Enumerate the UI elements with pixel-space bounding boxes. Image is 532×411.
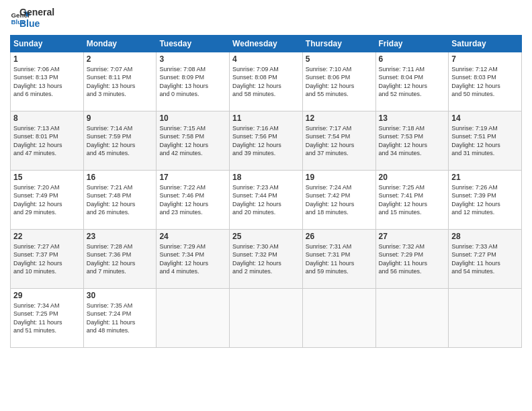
day-number: 8 bbox=[13, 113, 81, 123]
day-cell: 9Sunrise: 7:14 AM Sunset: 7:59 PM Daylig… bbox=[83, 111, 157, 170]
calendar-header: SundayMondayTuesdayWednesdayThursdayFrid… bbox=[11, 35, 522, 52]
day-info: Sunrise: 7:30 AM Sunset: 7:32 PM Dayligh… bbox=[232, 242, 300, 276]
day-cell: 10Sunrise: 7:15 AM Sunset: 7:58 PM Dayli… bbox=[157, 111, 230, 170]
weekday-header-wednesday: Wednesday bbox=[230, 35, 303, 52]
day-number: 19 bbox=[306, 173, 373, 182]
day-info: Sunrise: 7:22 AM Sunset: 7:46 PM Dayligh… bbox=[159, 183, 226, 217]
day-cell bbox=[449, 288, 522, 347]
day-cell bbox=[302, 288, 375, 347]
day-info: Sunrise: 7:13 AM Sunset: 8:01 PM Dayligh… bbox=[13, 124, 81, 158]
day-number: 21 bbox=[451, 173, 519, 182]
weekday-header-sunday: Sunday bbox=[11, 35, 84, 52]
day-cell: 5Sunrise: 7:10 AM Sunset: 8:06 PM Daylig… bbox=[302, 52, 375, 111]
week-row-2: 8Sunrise: 7:13 AM Sunset: 8:01 PM Daylig… bbox=[11, 111, 522, 170]
day-info: Sunrise: 7:10 AM Sunset: 8:06 PM Dayligh… bbox=[306, 65, 373, 99]
day-cell: 7Sunrise: 7:12 AM Sunset: 8:03 PM Daylig… bbox=[449, 52, 522, 111]
logo-line2: Blue bbox=[19, 18, 54, 30]
day-info: Sunrise: 7:31 AM Sunset: 7:31 PM Dayligh… bbox=[306, 242, 373, 276]
day-info: Sunrise: 7:19 AM Sunset: 7:51 PM Dayligh… bbox=[451, 124, 519, 158]
logo-line1: General bbox=[19, 7, 54, 18]
calendar-table: SundayMondayTuesdayWednesdayThursdayFrid… bbox=[10, 35, 522, 348]
day-number: 11 bbox=[232, 113, 300, 123]
day-cell: 30Sunrise: 7:35 AM Sunset: 7:24 PM Dayli… bbox=[83, 288, 157, 347]
day-cell bbox=[157, 288, 230, 347]
day-number: 24 bbox=[159, 232, 226, 241]
day-number: 29 bbox=[13, 291, 81, 300]
day-info: Sunrise: 7:29 AM Sunset: 7:34 PM Dayligh… bbox=[159, 242, 226, 276]
day-cell: 16Sunrise: 7:21 AM Sunset: 7:48 PM Dayli… bbox=[83, 170, 157, 229]
calendar-page: General Blue General Blue SundayMondayTu… bbox=[0, 0, 532, 411]
day-number: 15 bbox=[13, 173, 81, 182]
day-info: Sunrise: 7:09 AM Sunset: 8:08 PM Dayligh… bbox=[232, 65, 300, 99]
weekday-row: SundayMondayTuesdayWednesdayThursdayFrid… bbox=[11, 35, 522, 52]
day-info: Sunrise: 7:35 AM Sunset: 7:24 PM Dayligh… bbox=[87, 302, 154, 335]
day-info: Sunrise: 7:25 AM Sunset: 7:41 PM Dayligh… bbox=[379, 183, 446, 217]
day-cell: 17Sunrise: 7:22 AM Sunset: 7:46 PM Dayli… bbox=[157, 170, 230, 229]
day-cell: 2Sunrise: 7:07 AM Sunset: 8:11 PM Daylig… bbox=[83, 52, 157, 111]
day-number: 16 bbox=[87, 173, 154, 182]
day-info: Sunrise: 7:07 AM Sunset: 8:11 PM Dayligh… bbox=[87, 65, 154, 99]
day-cell: 25Sunrise: 7:30 AM Sunset: 7:32 PM Dayli… bbox=[230, 229, 303, 288]
day-info: Sunrise: 7:20 AM Sunset: 7:49 PM Dayligh… bbox=[13, 183, 81, 217]
logo: General Blue General Blue bbox=[10, 7, 54, 30]
day-number: 25 bbox=[232, 232, 300, 241]
day-number: 14 bbox=[451, 113, 519, 123]
weekday-header-thursday: Thursday bbox=[302, 35, 375, 52]
week-row-4: 22Sunrise: 7:27 AM Sunset: 7:37 PM Dayli… bbox=[11, 229, 522, 288]
calendar-body: 1Sunrise: 7:06 AM Sunset: 8:13 PM Daylig… bbox=[11, 52, 522, 347]
day-info: Sunrise: 7:18 AM Sunset: 7:53 PM Dayligh… bbox=[379, 124, 446, 158]
day-cell: 11Sunrise: 7:16 AM Sunset: 7:56 PM Dayli… bbox=[230, 111, 303, 170]
day-number: 22 bbox=[13, 232, 81, 241]
day-number: 3 bbox=[159, 54, 226, 64]
day-cell: 20Sunrise: 7:25 AM Sunset: 7:41 PM Dayli… bbox=[375, 170, 449, 229]
day-cell: 26Sunrise: 7:31 AM Sunset: 7:31 PM Dayli… bbox=[302, 229, 375, 288]
day-number: 30 bbox=[87, 291, 154, 300]
day-cell: 19Sunrise: 7:24 AM Sunset: 7:42 PM Dayli… bbox=[302, 170, 375, 229]
day-info: Sunrise: 7:06 AM Sunset: 8:13 PM Dayligh… bbox=[13, 65, 81, 99]
day-number: 2 bbox=[87, 54, 154, 64]
day-info: Sunrise: 7:28 AM Sunset: 7:36 PM Dayligh… bbox=[87, 242, 154, 276]
day-cell: 28Sunrise: 7:33 AM Sunset: 7:27 PM Dayli… bbox=[449, 229, 522, 288]
day-info: Sunrise: 7:27 AM Sunset: 7:37 PM Dayligh… bbox=[13, 242, 81, 276]
day-info: Sunrise: 7:11 AM Sunset: 8:04 PM Dayligh… bbox=[379, 65, 446, 99]
day-cell: 22Sunrise: 7:27 AM Sunset: 7:37 PM Dayli… bbox=[11, 229, 84, 288]
week-row-1: 1Sunrise: 7:06 AM Sunset: 8:13 PM Daylig… bbox=[11, 52, 522, 111]
day-number: 4 bbox=[232, 54, 300, 64]
day-cell: 14Sunrise: 7:19 AM Sunset: 7:51 PM Dayli… bbox=[449, 111, 522, 170]
weekday-header-friday: Friday bbox=[375, 35, 449, 52]
week-row-3: 15Sunrise: 7:20 AM Sunset: 7:49 PM Dayli… bbox=[11, 170, 522, 229]
day-number: 5 bbox=[306, 54, 373, 64]
day-info: Sunrise: 7:17 AM Sunset: 7:54 PM Dayligh… bbox=[306, 124, 373, 158]
week-row-5: 29Sunrise: 7:34 AM Sunset: 7:25 PM Dayli… bbox=[11, 288, 522, 347]
day-number: 26 bbox=[306, 232, 373, 241]
day-cell: 6Sunrise: 7:11 AM Sunset: 8:04 PM Daylig… bbox=[375, 52, 449, 111]
day-info: Sunrise: 7:32 AM Sunset: 7:29 PM Dayligh… bbox=[379, 242, 446, 276]
day-cell: 27Sunrise: 7:32 AM Sunset: 7:29 PM Dayli… bbox=[375, 229, 449, 288]
day-number: 27 bbox=[379, 232, 446, 241]
day-cell: 24Sunrise: 7:29 AM Sunset: 7:34 PM Dayli… bbox=[157, 229, 230, 288]
day-cell bbox=[230, 288, 303, 347]
day-number: 10 bbox=[159, 113, 226, 123]
day-number: 6 bbox=[379, 54, 446, 64]
day-number: 28 bbox=[451, 232, 519, 241]
day-info: Sunrise: 7:23 AM Sunset: 7:44 PM Dayligh… bbox=[232, 183, 300, 217]
day-cell: 15Sunrise: 7:20 AM Sunset: 7:49 PM Dayli… bbox=[11, 170, 84, 229]
day-cell: 8Sunrise: 7:13 AM Sunset: 8:01 PM Daylig… bbox=[11, 111, 84, 170]
day-cell: 13Sunrise: 7:18 AM Sunset: 7:53 PM Dayli… bbox=[375, 111, 449, 170]
day-info: Sunrise: 7:12 AM Sunset: 8:03 PM Dayligh… bbox=[451, 65, 519, 99]
day-info: Sunrise: 7:14 AM Sunset: 7:59 PM Dayligh… bbox=[87, 124, 154, 158]
day-cell: 23Sunrise: 7:28 AM Sunset: 7:36 PM Dayli… bbox=[83, 229, 157, 288]
weekday-header-saturday: Saturday bbox=[449, 35, 522, 52]
day-cell: 3Sunrise: 7:08 AM Sunset: 8:09 PM Daylig… bbox=[157, 52, 230, 111]
day-number: 1 bbox=[13, 54, 81, 64]
day-number: 13 bbox=[379, 113, 446, 123]
day-number: 18 bbox=[232, 173, 300, 182]
day-info: Sunrise: 7:34 AM Sunset: 7:25 PM Dayligh… bbox=[13, 302, 81, 335]
weekday-header-monday: Monday bbox=[83, 35, 157, 52]
day-cell: 1Sunrise: 7:06 AM Sunset: 8:13 PM Daylig… bbox=[11, 52, 84, 111]
day-cell: 4Sunrise: 7:09 AM Sunset: 8:08 PM Daylig… bbox=[230, 52, 303, 111]
day-number: 7 bbox=[451, 54, 519, 64]
day-info: Sunrise: 7:16 AM Sunset: 7:56 PM Dayligh… bbox=[232, 124, 300, 158]
day-number: 9 bbox=[87, 113, 154, 123]
day-number: 23 bbox=[87, 232, 154, 241]
